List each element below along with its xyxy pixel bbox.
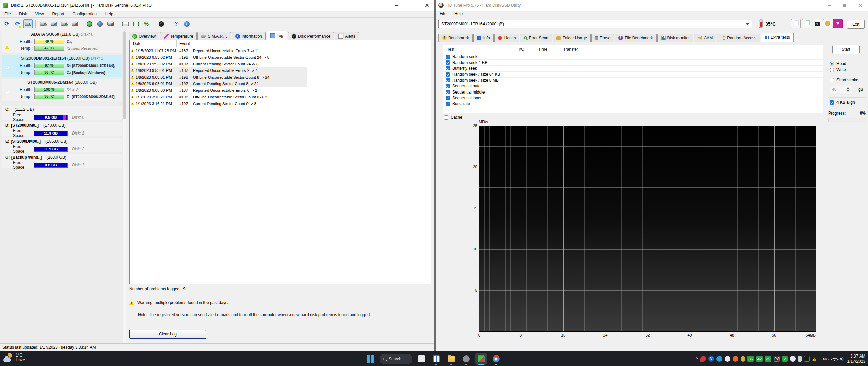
menu-view[interactable]: View: [31, 11, 48, 17]
hdt-titlebar[interactable]: HD Tune Pro 5.75 - Hard Disk/SSD Utility: [436, 0, 868, 11]
report-mail-icon[interactable]: [121, 19, 130, 28]
test-row[interactable]: Sequential middle: [443, 89, 823, 95]
start-button[interactable]: [365, 353, 376, 365]
taskbar-app-store[interactable]: [431, 353, 442, 365]
tab-folder-usage[interactable]: Folder Usage: [553, 34, 591, 42]
test-row[interactable]: Random seek: [443, 54, 823, 60]
tab-info[interactable]: iInfo: [473, 34, 494, 42]
hds-maximize-button[interactable]: [404, 0, 419, 11]
tray-orange-icon[interactable]: [733, 356, 738, 362]
checkbox-checked-icon[interactable]: [446, 90, 450, 94]
quota-percent-icon[interactable]: %: [142, 19, 151, 28]
taskbar-app-explorer[interactable]: [446, 353, 457, 365]
menu-report[interactable]: Report: [48, 11, 68, 17]
column-date[interactable]: Date: [130, 40, 177, 47]
test-row[interactable]: Butterfly seek: [443, 66, 823, 72]
test-row[interactable]: Random seek / size 64 KB: [443, 72, 823, 77]
screenshot-camera-icon[interactable]: [813, 19, 822, 28]
tab-aam[interactable]: AAM: [694, 34, 716, 42]
checkbox-unchecked-icon[interactable]: [830, 78, 834, 82]
copy-text-icon[interactable]: [791, 19, 801, 28]
read-radio[interactable]: Read: [830, 61, 846, 66]
tab-disk-performance[interactable]: Disk Performance: [288, 32, 334, 40]
tray-cloud-icon[interactable]: [790, 356, 796, 362]
surface-test-green-icon[interactable]: [85, 19, 94, 28]
test-row[interactable]: Burst rate: [443, 101, 823, 107]
save-download-icon[interactable]: [833, 19, 843, 28]
short-stroke-option[interactable]: Short stroke: [830, 78, 859, 82]
menu-disk[interactable]: Disk: [15, 11, 31, 17]
checkbox-checked-icon[interactable]: [446, 72, 450, 77]
test-row[interactable]: Random seek / size 8 MB: [443, 78, 823, 83]
tab-random-access[interactable]: Random Access: [717, 34, 760, 42]
clear-log-button[interactable]: Clear Log: [129, 330, 206, 339]
stroke-size-input[interactable]: 40: [830, 86, 845, 93]
test-row[interactable]: Sequential outer: [443, 83, 823, 89]
taskbar-app-taskview[interactable]: [416, 353, 427, 365]
exit-button[interactable]: Exit: [847, 20, 865, 29]
tab-error-scan[interactable]: Error Scan: [520, 34, 552, 42]
test-row[interactable]: Sequential inner: [443, 95, 823, 101]
tray-shield-red-icon[interactable]: [700, 356, 706, 362]
taskbar-app-settings[interactable]: [460, 353, 472, 365]
volume-icon[interactable]: ): [840, 357, 843, 361]
tray-warning-icon[interactable]: [813, 357, 816, 361]
tray-pv-icon[interactable]: PV: [774, 356, 780, 362]
drive-combobox[interactable]: ST2000DM001-1ER164 (2000 gB): [438, 20, 752, 28]
tab-log[interactable]: Log: [267, 31, 287, 40]
checkbox-checked-icon[interactable]: [446, 66, 450, 70]
tray-sensor-badge-1[interactable]: 36: [747, 356, 754, 362]
hds-close-button[interactable]: [419, 0, 434, 11]
column-event[interactable]: Event: [177, 40, 307, 47]
disk-unknown-icon[interactable]: [38, 19, 47, 28]
cache-option[interactable]: Cache: [444, 115, 462, 120]
tray-expand-icon[interactable]: ^: [696, 356, 698, 361]
taskbar-weather-widget[interactable]: 1°C Haze: [3, 353, 25, 362]
hdt-maximize-button[interactable]: [837, 0, 852, 11]
checkbox-unchecked-icon[interactable]: [444, 115, 448, 120]
tab-erase[interactable]: Erase: [591, 34, 614, 42]
log-row[interactable]: 1/8/2023 9:08:01 PM#198Off-Line Uncorrec…: [130, 74, 307, 81]
partition-row-e[interactable]: E: [ST2000DM00..] (1863.0 GB) Free Space…: [2, 138, 122, 152]
taskbar-app-hdsentinel[interactable]: [475, 353, 487, 365]
disk-row-adata-su650[interactable]: ADATA SU650 (111.8 GB) Disk: 0 Health: 4…: [2, 30, 122, 53]
log-row[interactable]: 1/1/2023 3:16:21 PM#198Off-Line Uncorrec…: [130, 94, 431, 101]
radio-unselected-icon[interactable]: [830, 68, 834, 72]
taskbar-app-chrome[interactable]: [490, 353, 502, 365]
tab-file-benchmark[interactable]: !File Benchmark: [615, 34, 656, 42]
language-indicator[interactable]: ENG: [819, 357, 830, 361]
tray-key-icon[interactable]: [741, 356, 745, 362]
log-row[interactable]: 1/8/2023 9:08:00 PM#187Reported Uncorrec…: [130, 87, 431, 94]
log-row[interactable]: 1/8/2023 9:53:02 PM#197Current Pending S…: [130, 61, 431, 67]
checkbox-checked-icon[interactable]: [830, 100, 834, 105]
tab-extra-tests[interactable]: Extra tests: [761, 33, 794, 42]
tray-telegram-icon[interactable]: [716, 356, 722, 362]
taskbar-clock[interactable]: 3:37 AM 1/17/2023: [847, 354, 865, 364]
hand-pan-icon[interactable]: [823, 19, 832, 28]
test-row[interactable]: Random seek 4 KB: [443, 60, 823, 65]
panel-report-icon[interactable]: [131, 19, 140, 28]
log-row[interactable]: 1/1/2023 3:16:21 PM#197Current Pending S…: [130, 100, 431, 107]
write-radio[interactable]: Write: [830, 67, 846, 72]
stroke-size-stepper[interactable]: [845, 86, 851, 93]
taskbar-search[interactable]: Search: [380, 354, 412, 364]
checkbox-checked-icon[interactable]: [446, 60, 450, 65]
wifi-icon[interactable]: [832, 357, 837, 361]
tray-sensor-badge-3[interactable]: 35: [765, 356, 771, 362]
tray-sensor-badge-2[interactable]: 42: [756, 356, 763, 362]
disk-remove-icon[interactable]: [70, 19, 79, 28]
align-option[interactable]: 4 KB align: [830, 100, 855, 105]
partition-row-c[interactable]: C: (111.2 GB) Free Space 9.5 GB Disk: 0: [2, 106, 122, 120]
log-row[interactable]: 1/8/2023 9:08:01 PM#197Current Pending S…: [130, 81, 307, 87]
tab-temperature[interactable]: Temperature: [160, 32, 197, 40]
copy-image-icon[interactable]: [802, 19, 811, 28]
tab-smart[interactable]: S.M.A.R.T.: [197, 32, 231, 40]
hdt-minimize-button[interactable]: [822, 0, 837, 11]
menu-help[interactable]: Help: [101, 11, 117, 17]
tray-nvidia-icon[interactable]: [804, 356, 810, 362]
log-row[interactable]: 1/15/2023 11:07:23 PM#187Reported Uncorr…: [130, 47, 431, 54]
log-row[interactable]: 1/8/2023 9:53:01 PM#187Reported Uncorrec…: [130, 67, 307, 74]
disk-ok-icon[interactable]: [59, 19, 68, 28]
hds-minimize-button[interactable]: [389, 0, 404, 11]
partition-row-d[interactable]: D: [ST2000DM0..] (1700.0 GB) Free Space …: [2, 122, 122, 136]
